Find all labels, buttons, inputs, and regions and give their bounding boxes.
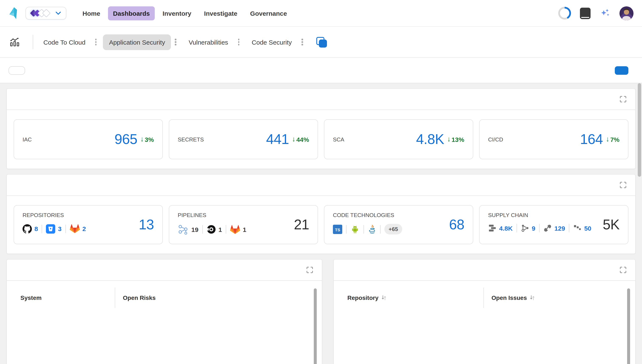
dashboard-content: IAC965↓3%SECRETS441↓44%SCA4.8K↓13%CI/CD1… — [0, 83, 642, 364]
typescript-icon: TS — [333, 224, 342, 234]
asset-item: 2 — [70, 224, 86, 234]
dashboard-tabs: Code To CloudApplication SecurityVulnera… — [38, 34, 309, 50]
nav-item-dashboards[interactable]: Dashboards — [108, 6, 155, 20]
dashboards-menu-count — [319, 39, 327, 47]
nav-item-home[interactable]: Home — [77, 6, 105, 20]
tab-options-kebab-icon[interactable] — [237, 37, 241, 47]
dashboards-chart-icon — [9, 37, 20, 47]
help-docs-icon[interactable] — [580, 8, 590, 19]
asset-card-label: CODE TECHNOLOGIES — [333, 212, 464, 218]
nav-item-governance[interactable]: Governance — [245, 6, 292, 20]
expand-panel-icon[interactable] — [306, 266, 313, 274]
time-range-filter[interactable] — [9, 66, 25, 74]
asset-item-count: 9 — [532, 224, 535, 232]
nav-item-investigate[interactable]: Investigate — [199, 6, 242, 20]
modules-icon — [488, 224, 497, 232]
app-root: HomeDashboardsInventoryInvestigateGovern… — [0, 0, 642, 364]
asset-item: +65 — [384, 224, 402, 234]
dashboards-menu[interactable] — [312, 37, 327, 47]
expand-panel-icon[interactable] — [619, 96, 627, 103]
column-header-open-issues[interactable]: Open Issues — [483, 288, 535, 308]
top-insecure-repositories-panel: RepositoryOpen Issues — [333, 259, 636, 364]
asset-card-total: 21 — [294, 216, 309, 233]
asset-card-repositories[interactable]: REPOSITORIES83213 — [14, 205, 163, 244]
tab-code-to-cloud[interactable]: Code To Cloud — [38, 34, 91, 50]
issue-card-secrets[interactable]: SECRETS441↓44% — [169, 119, 318, 159]
column-header-label: Open Risks — [123, 294, 156, 301]
page-scrollbar[interactable] — [638, 83, 641, 177]
asset-card-code-technologies[interactable]: CODE TECHNOLOGIESTS+6568 — [324, 205, 473, 244]
bottom-panels-row: SystemOpen Risks RepositoryOpen Issues — [6, 259, 636, 364]
divider — [202, 225, 203, 234]
ai-sparkles-icon[interactable] — [599, 8, 610, 19]
android-icon — [350, 224, 360, 234]
gitlab-icon — [230, 224, 240, 234]
expand-panel-icon[interactable] — [619, 181, 627, 188]
asset-card-pipelines[interactable]: PIPELINES191121 — [169, 205, 318, 244]
issue-card-label: CI/CD — [488, 136, 503, 142]
tab-application-security[interactable]: Application Security — [103, 34, 171, 50]
sort[interactable] — [530, 295, 535, 301]
divider — [364, 225, 364, 234]
asset-card-supply-chain[interactable]: SUPPLY CHAIN4.8K9129505K — [479, 205, 628, 244]
column-header-label: System — [21, 294, 42, 301]
tab-code-security[interactable]: Code Security — [246, 34, 298, 50]
expand-panel-icon[interactable] — [619, 266, 627, 274]
tab-vulnerabilities[interactable]: Vulnerabilities — [183, 34, 234, 50]
product-switcher[interactable] — [26, 7, 66, 20]
asset-item-count: 1 — [243, 226, 246, 233]
divider — [569, 224, 569, 232]
asset-item — [368, 224, 376, 234]
asset-item-count: 19 — [191, 226, 198, 233]
issue-card-iac[interactable]: IAC965↓3% — [14, 119, 163, 159]
asset-item-count: 1 — [218, 226, 222, 233]
asset-item: 9 — [521, 224, 535, 232]
divider — [346, 225, 347, 234]
asset-item: 8 — [23, 224, 38, 234]
dashboards-title — [9, 37, 25, 47]
trend-down-arrow-icon: ↓ — [606, 135, 609, 144]
issue-card-metrics: 164↓7% — [580, 131, 620, 148]
bitbucket-icon — [46, 224, 56, 234]
prisma-cloud-logo-icon[interactable] — [9, 7, 20, 20]
asset-card-total: 5K — [603, 216, 619, 233]
cicd-risks-table: SystemOpen Risks — [7, 281, 322, 316]
circleci-icon — [206, 225, 216, 234]
column-header-repository[interactable]: Repository — [347, 294, 483, 301]
issue-card-sca[interactable]: SCA4.8K↓13% — [324, 119, 473, 159]
tab-options-kebab-icon[interactable] — [300, 37, 304, 47]
usage-progress-ring[interactable] — [558, 7, 571, 20]
sort[interactable] — [381, 295, 387, 301]
asset-card-total: 13 — [139, 216, 154, 233]
asset-card-total: 68 — [449, 216, 464, 233]
topnav-right-cluster — [549, 6, 633, 20]
fork-icon — [521, 224, 529, 232]
nav-item-inventory[interactable]: Inventory — [158, 6, 196, 20]
table-scrollbar[interactable] — [314, 288, 317, 364]
usage-percent-label — [560, 8, 569, 18]
divider — [33, 35, 33, 49]
asset-stat-cards: REPOSITORIES83213PIPELINES191121CODE TEC… — [7, 196, 635, 254]
more-technologies-chip[interactable]: +65 — [384, 224, 402, 234]
asset-item — [350, 224, 360, 234]
dashboards-menu-count-icon — [316, 37, 327, 47]
primary-nav: HomeDashboardsInventoryInvestigateGovern… — [77, 6, 292, 20]
issue-card-delta-percent: 7% — [610, 136, 619, 143]
issue-card-label: SECRETS — [178, 136, 204, 142]
blocks-icon — [573, 224, 582, 232]
insecure-repositories-table: RepositoryOpen Issues — [334, 281, 635, 316]
issue-card-ci-cd[interactable]: CI/CD164↓7% — [479, 119, 628, 159]
issue-card-metrics: 4.8K↓13% — [416, 131, 464, 148]
issue-card-delta: ↓44% — [292, 135, 309, 144]
tab-options-kebab-icon[interactable] — [173, 37, 177, 47]
issue-card-delta-percent: 3% — [145, 136, 154, 143]
asset-item-count: 4.8K — [499, 224, 513, 232]
issue-card-value: 965 — [115, 131, 137, 148]
product-diamonds-icon — [31, 10, 48, 16]
asset-item: 1 — [206, 225, 222, 234]
table-scrollbar[interactable] — [627, 288, 630, 364]
edit-dashboard-button[interactable] — [615, 66, 628, 74]
user-avatar[interactable] — [619, 6, 633, 20]
dashboards-bar: Code To CloudApplication SecurityVulnera… — [0, 27, 642, 58]
tab-options-kebab-icon[interactable] — [94, 37, 98, 47]
